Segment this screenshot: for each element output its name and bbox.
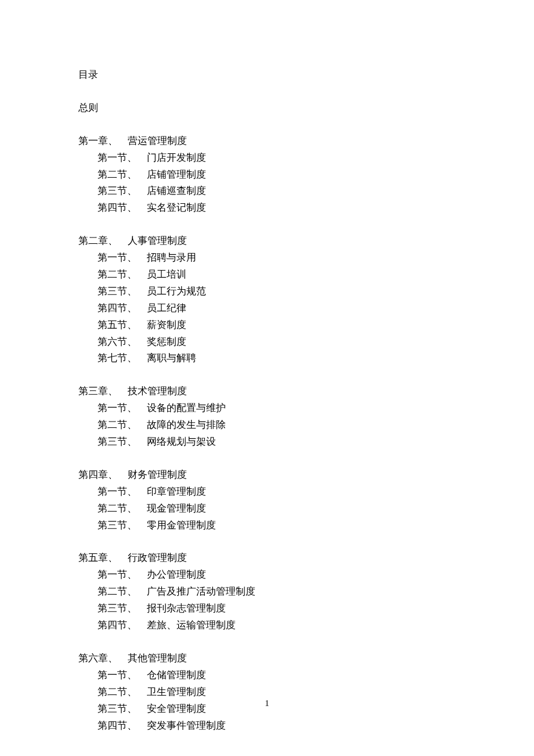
section-label: 第四节、 <box>98 200 147 217</box>
chapter-label: 第六章、 <box>78 650 128 667</box>
section-line: 第四节、差旅、运输管理制度 <box>78 617 534 634</box>
chapter-block: 第二章、人事管理制度第一节、招聘与录用第二节、员工培训第三节、员工行为规范第四节… <box>78 233 534 367</box>
section-title: 现金管理制度 <box>147 501 206 517</box>
section-title: 突发事件管理制度 <box>147 718 226 735</box>
section-line: 第一节、印章管理制度 <box>78 484 534 501</box>
section-label: 第三节、 <box>98 701 147 718</box>
chapter-block: 第三章、技术管理制度第一节、设备的配置与维护第二节、故障的发生与排除第三节、网络… <box>78 383 534 451</box>
section-line: 第六节、奖惩制度 <box>78 334 534 351</box>
section-line: 第三节、员工行为规范 <box>78 283 534 300</box>
chapter-line: 第四章、财务管理制度 <box>78 467 534 484</box>
general-heading: 总则 <box>78 100 534 117</box>
toc-body: 第一章、营运管理制度第一节、门店开发制度第二节、店铺管理制度第三节、店铺巡查制度… <box>78 133 534 735</box>
section-line: 第三节、零用金管理制度 <box>78 517 534 534</box>
section-title: 报刊杂志管理制度 <box>147 600 226 617</box>
chapter-title: 人事管理制度 <box>128 233 187 250</box>
chapter-label: 第一章、 <box>78 133 128 150</box>
chapter-title: 其他管理制度 <box>128 650 187 667</box>
chapter-label: 第四章、 <box>78 467 128 484</box>
section-title: 店铺巡查制度 <box>147 183 206 200</box>
chapter-title: 营运管理制度 <box>128 133 187 150</box>
section-title: 安全管理制度 <box>147 701 206 718</box>
section-line: 第二节、店铺管理制度 <box>78 167 534 183</box>
section-title: 印章管理制度 <box>147 484 206 501</box>
section-line: 第二节、广告及推广活动管理制度 <box>78 584 534 600</box>
section-line: 第一节、招聘与录用 <box>78 250 534 267</box>
section-title: 办公管理制度 <box>147 567 206 584</box>
section-title: 差旅、运输管理制度 <box>147 617 236 634</box>
section-title: 广告及推广活动管理制度 <box>147 584 255 600</box>
section-label: 第一节、 <box>98 567 147 584</box>
section-line: 第三节、安全管理制度 <box>78 701 534 718</box>
section-label: 第三节、 <box>98 183 147 200</box>
section-label: 第二节、 <box>98 167 147 183</box>
section-line: 第一节、设备的配置与维护 <box>78 400 534 417</box>
section-line: 第四节、突发事件管理制度 <box>78 718 534 735</box>
chapter-block: 第六章、其他管理制度第一节、仓储管理制度第二节、卫生管理制度第三节、安全管理制度… <box>78 650 534 734</box>
toc-heading: 目录 <box>78 67 534 84</box>
section-title: 设备的配置与维护 <box>147 400 226 417</box>
section-line: 第三节、店铺巡查制度 <box>78 183 534 200</box>
section-label: 第三节、 <box>98 600 147 617</box>
section-title: 故障的发生与排除 <box>147 417 226 434</box>
section-title: 奖惩制度 <box>147 334 186 351</box>
section-title: 员工行为规范 <box>147 283 206 300</box>
chapter-block: 第四章、财务管理制度第一节、印章管理制度第二节、现金管理制度第三节、零用金管理制… <box>78 467 534 534</box>
chapter-title: 财务管理制度 <box>128 467 187 484</box>
chapter-block: 第一章、营运管理制度第一节、门店开发制度第二节、店铺管理制度第三节、店铺巡查制度… <box>78 133 534 217</box>
section-title: 离职与解聘 <box>147 350 196 367</box>
section-label: 第一节、 <box>98 150 147 167</box>
section-line: 第二节、现金管理制度 <box>78 501 534 517</box>
section-line: 第一节、办公管理制度 <box>78 567 534 584</box>
chapter-label: 第三章、 <box>78 383 128 400</box>
section-title: 实名登记制度 <box>147 200 206 217</box>
section-label: 第一节、 <box>98 400 147 417</box>
section-label: 第二节、 <box>98 584 147 600</box>
chapter-line: 第三章、技术管理制度 <box>78 383 534 400</box>
section-title: 店铺管理制度 <box>147 167 206 183</box>
section-label: 第二节、 <box>98 267 147 283</box>
section-label: 第四节、 <box>98 718 147 735</box>
chapter-line: 第六章、其他管理制度 <box>78 650 534 667</box>
section-line: 第三节、报刊杂志管理制度 <box>78 600 534 617</box>
section-label: 第二节、 <box>98 417 147 434</box>
section-title: 门店开发制度 <box>147 150 206 167</box>
section-line: 第三节、网络规划与架设 <box>78 434 534 451</box>
section-title: 零用金管理制度 <box>147 517 216 534</box>
section-title: 招聘与录用 <box>147 250 196 267</box>
chapter-title: 技术管理制度 <box>128 383 187 400</box>
section-label: 第六节、 <box>98 334 147 351</box>
section-line: 第二节、故障的发生与排除 <box>78 417 534 434</box>
section-label: 第二节、 <box>98 684 147 701</box>
section-label: 第五节、 <box>98 317 147 334</box>
section-title: 卫生管理制度 <box>147 684 206 701</box>
section-label: 第七节、 <box>98 350 147 367</box>
section-line: 第五节、薪资制度 <box>78 317 534 334</box>
section-label: 第一节、 <box>98 250 147 267</box>
section-label: 第三节、 <box>98 434 147 451</box>
chapter-title: 行政管理制度 <box>128 550 187 567</box>
chapter-block: 第五章、行政管理制度第一节、办公管理制度第二节、广告及推广活动管理制度第三节、报… <box>78 550 534 633</box>
section-line: 第二节、卫生管理制度 <box>78 684 534 701</box>
section-label: 第二节、 <box>98 501 147 517</box>
section-label: 第三节、 <box>98 517 147 534</box>
section-label: 第三节、 <box>98 283 147 300</box>
section-title: 仓储管理制度 <box>147 667 206 684</box>
page-number: 1 <box>265 696 269 711</box>
section-title: 员工培训 <box>147 267 186 283</box>
section-line: 第二节、员工培训 <box>78 267 534 283</box>
section-line: 第四节、实名登记制度 <box>78 200 534 217</box>
section-line: 第四节、员工纪律 <box>78 300 534 317</box>
section-label: 第一节、 <box>98 667 147 684</box>
section-label: 第一节、 <box>98 484 147 501</box>
section-label: 第四节、 <box>98 617 147 634</box>
chapter-label: 第二章、 <box>78 233 128 250</box>
section-line: 第一节、门店开发制度 <box>78 150 534 167</box>
chapter-line: 第五章、行政管理制度 <box>78 550 534 567</box>
section-label: 第四节、 <box>98 300 147 317</box>
section-line: 第一节、仓储管理制度 <box>78 667 534 684</box>
section-title: 网络规划与架设 <box>147 434 216 451</box>
document-page: 目录 总则 第一章、营运管理制度第一节、门店开发制度第二节、店铺管理制度第三节、… <box>0 0 534 734</box>
chapter-line: 第一章、营运管理制度 <box>78 133 534 150</box>
section-title: 员工纪律 <box>147 300 186 317</box>
